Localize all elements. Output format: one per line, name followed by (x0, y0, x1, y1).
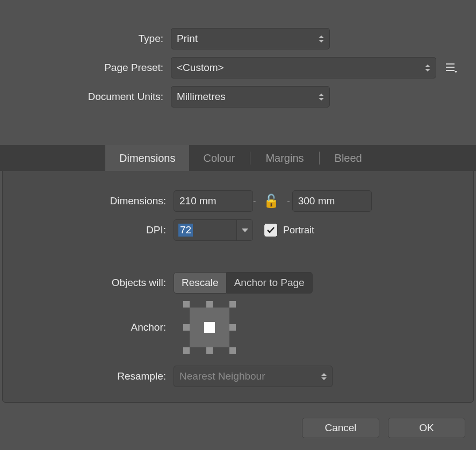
anchor-label: Anchor: (3, 322, 174, 333)
footer: Cancel OK (302, 418, 465, 438)
stepper-icon (425, 62, 431, 73)
anchor-middle-right[interactable] (229, 324, 236, 331)
anchor-bottom-right[interactable] (229, 347, 236, 354)
anchor-top-center[interactable] (206, 301, 213, 308)
dimensions-label: Dimensions: (3, 195, 174, 207)
objects-will-segment: Rescale Anchor to Page (174, 272, 313, 294)
ok-button[interactable]: OK (388, 418, 465, 438)
tab-margins[interactable]: Margins (251, 145, 318, 171)
cancel-button[interactable]: Cancel (302, 418, 379, 438)
portrait-checkbox[interactable] (264, 223, 278, 237)
dimensions-panel: Dimensions: 210 mm - 🔓 - 300 mm DPI: 72 … (2, 171, 474, 403)
resample-label: Resample: (3, 370, 174, 382)
type-value: Print (177, 33, 198, 45)
stepper-icon (319, 91, 325, 102)
document-units-value: Millimetres (177, 91, 226, 103)
preset-menu-icon[interactable] (443, 59, 460, 76)
page-preset-select[interactable]: <Custom> (171, 57, 436, 78)
rescale-button[interactable]: Rescale (174, 272, 227, 294)
anchor-bottom-center[interactable] (206, 347, 213, 354)
svg-marker-3 (455, 71, 457, 73)
type-select[interactable]: Print (171, 28, 330, 49)
anchor-grid[interactable] (183, 301, 236, 354)
anchor-to-page-button[interactable]: Anchor to Page (227, 272, 313, 294)
dpi-label: DPI: (3, 224, 174, 236)
anchor-bottom-left[interactable] (183, 347, 190, 354)
tab-bar: Dimensions Colour Margins Bleed (0, 145, 476, 171)
stepper-icon (321, 371, 328, 382)
anchor-top-left[interactable] (183, 301, 190, 308)
anchor-center[interactable] (204, 322, 215, 333)
anchor-top-right[interactable] (229, 301, 236, 308)
anchor-middle-left[interactable] (183, 324, 190, 331)
resample-value: Nearest Neighbour (179, 370, 265, 382)
portrait-label: Portrait (283, 225, 314, 236)
tab-dimensions[interactable]: Dimensions (105, 145, 189, 171)
tab-bleed[interactable]: Bleed (321, 145, 376, 171)
dpi-dropdown-icon[interactable] (236, 220, 253, 240)
resample-select[interactable]: Nearest Neighbour (174, 366, 333, 387)
document-units-select[interactable]: Millimetres (171, 86, 330, 108)
lock-icon[interactable]: 🔓 (263, 194, 279, 209)
objects-will-label: Objects will: (3, 277, 174, 289)
width-input[interactable]: 210 mm (174, 190, 253, 212)
page-preset-label: Page Preset: (0, 62, 171, 74)
tab-colour[interactable]: Colour (189, 145, 249, 171)
page-preset-value: <Custom> (177, 62, 224, 74)
dpi-input[interactable]: 72 (174, 219, 253, 241)
type-label: Type: (0, 33, 171, 45)
height-input[interactable]: 300 mm (292, 190, 372, 212)
tab-separator (250, 152, 250, 165)
document-units-label: Document Units: (0, 91, 171, 103)
tab-separator (319, 152, 320, 165)
stepper-icon (319, 33, 325, 44)
